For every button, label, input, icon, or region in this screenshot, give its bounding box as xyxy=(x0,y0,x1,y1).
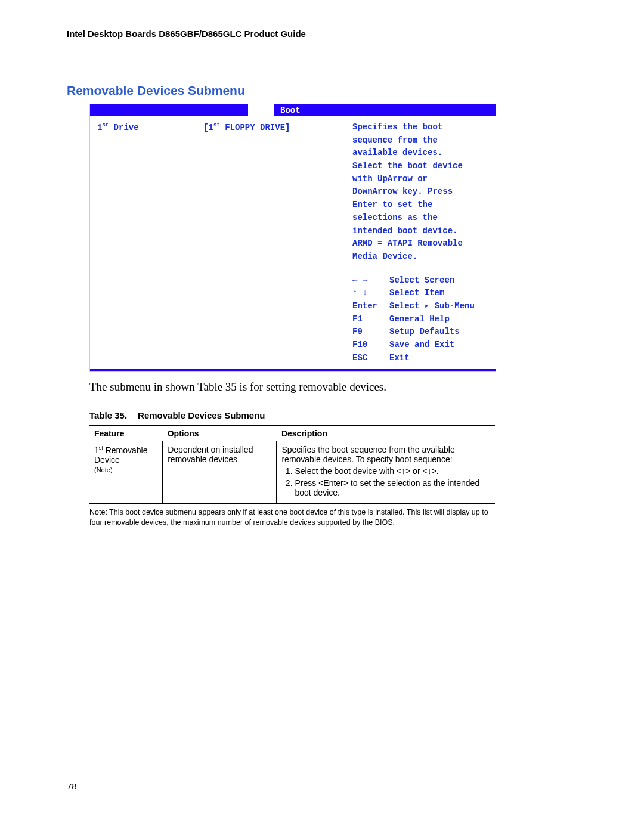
table-header-row: Feature Options Description xyxy=(89,426,495,441)
bios-tab-boot: Boot xyxy=(274,104,306,116)
col-description: Description xyxy=(277,426,495,441)
help-line: Enter to set the xyxy=(352,199,490,212)
bios-tab-gap xyxy=(248,104,274,116)
nav-desc: Exit xyxy=(389,352,410,365)
nav-key: Enter xyxy=(352,300,389,313)
steps-list: Select the boot device with <↑> or <↓>. … xyxy=(281,466,490,497)
table-footnote: Note: This boot device submenu appears o… xyxy=(89,507,495,528)
cell-options: Dependent on installed removable devices xyxy=(163,441,277,504)
option-value: [1st FLOPPY DRIVE] xyxy=(203,123,290,132)
help-line: DownArrow key. Press xyxy=(352,185,490,199)
bios-tab-spacer xyxy=(90,104,248,116)
help-line: selections as the xyxy=(352,212,490,225)
help-line: sequence from the xyxy=(352,134,490,147)
help-line: Specifies the boot xyxy=(352,121,490,134)
nav-desc: Select ▸ Sub-Menu xyxy=(389,300,475,313)
cell-description: Specifies the boot sequence from the ava… xyxy=(277,441,495,504)
document-header: Intel Desktop Boards D865GBF/D865GLC Pro… xyxy=(67,29,599,39)
paragraph: The submenu in shown Table 35 is for set… xyxy=(89,380,599,394)
section-title: Removable Devices Submenu xyxy=(67,83,599,98)
nav-key: ESC xyxy=(352,352,389,365)
nav-desc: Save and Exit xyxy=(389,339,454,352)
cell-feature: 1st Removable Device (Note) xyxy=(89,441,163,504)
help-line: ARMD = ATAPI Removable xyxy=(352,237,490,250)
nav-key: ← → xyxy=(352,274,389,287)
option-label: 1st Drive xyxy=(97,123,139,132)
bios-tab-spacer xyxy=(306,104,496,116)
spec-table: Feature Options Description 1st Removabl… xyxy=(89,425,495,504)
nav-desc: Select Item xyxy=(389,287,444,300)
bios-help-pane: Specifies the boot sequence from the ava… xyxy=(346,116,496,369)
col-options: Options xyxy=(163,426,277,441)
desc-lead: Specifies the boot sequence from the ava… xyxy=(281,445,454,464)
help-line: Media Device. xyxy=(352,250,490,264)
step: Press <Enter> to set the selection as th… xyxy=(295,478,490,497)
nav-desc: Select Screen xyxy=(389,274,454,287)
nav-desc: General Help xyxy=(389,313,450,326)
help-line: available devices. xyxy=(352,147,490,160)
bios-screen: Boot 1st Drive [1st FLOPPY DRIVE] Specif… xyxy=(89,104,496,372)
help-line: Select the boot device xyxy=(352,160,490,173)
bios-tab-bar: Boot xyxy=(90,104,496,116)
page-number: 78 xyxy=(67,781,77,791)
bios-footer-bar xyxy=(90,369,496,371)
nav-desc: Setup Defaults xyxy=(389,326,460,339)
help-line: intended boot device. xyxy=(352,225,490,238)
nav-key: ↑ ↓ xyxy=(352,287,389,300)
help-line: with UpArrow or xyxy=(352,173,490,186)
bios-option-row: 1st Drive [1st FLOPPY DRIVE] xyxy=(97,121,339,134)
table-row: 1st Removable Device (Note) Dependent on… xyxy=(89,441,495,504)
bios-main-pane: 1st Drive [1st FLOPPY DRIVE] xyxy=(90,116,346,369)
step: Select the boot device with <↑> or <↓>. xyxy=(295,466,490,476)
col-feature: Feature xyxy=(89,426,163,441)
nav-key: F9 xyxy=(352,326,389,339)
bios-nav-help: ← →Select Screen ↑ ↓Select Item EnterSel… xyxy=(352,274,490,365)
nav-key: F10 xyxy=(352,339,389,352)
table-caption: Table 35.Removable Devices Submenu xyxy=(89,410,599,420)
feature-note: (Note) xyxy=(94,466,113,473)
nav-key: F1 xyxy=(352,313,389,326)
